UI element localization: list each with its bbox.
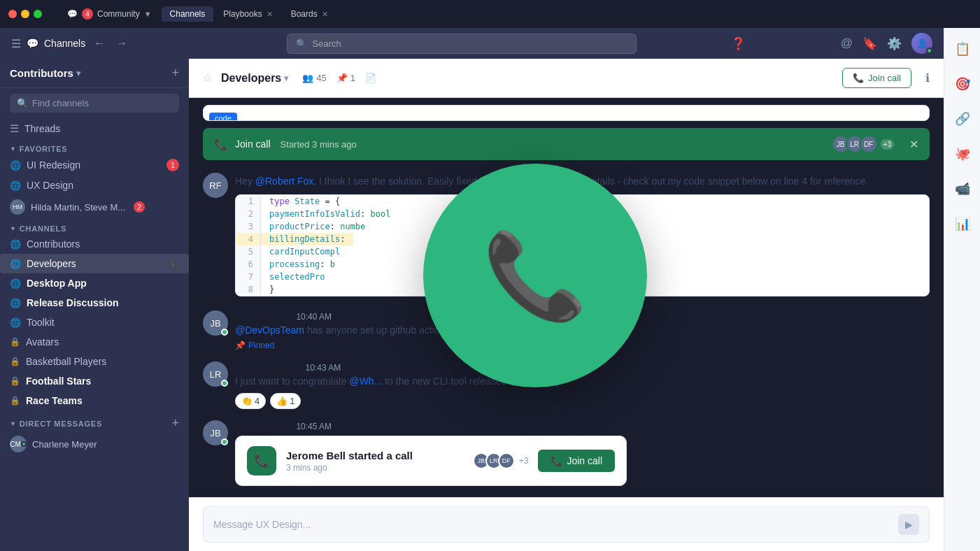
tab-community[interactable]: 💬 4 Community ▼ [59,6,160,22]
favorites-chevron-icon: ▼ [10,145,17,152]
right-icon-link[interactable]: 🔗 [950,106,975,131]
message-content: Jerome Bell 10:45 AM 📞 Jerome Bell start… [235,420,930,486]
globe-icon: 🌐 [10,259,21,269]
chevron-down-icon: ▾ [76,69,80,78]
avatar: HM [10,199,25,215]
sidebar-item-toolkit[interactable]: 🌐 Toolkit [0,313,189,332]
tab-close[interactable]: ✕ [267,10,273,19]
avatar: DF [498,452,515,469]
document-icon-btn[interactable]: 📄 [365,73,376,83]
sidebar-item-basketball-players[interactable]: 🔒 Basketball Players [0,352,189,371]
tab-bar: 💬 4 Community ▼ Channels Playbooks ✕ Boa… [59,6,336,22]
dm-chevron-icon: ▼ [10,420,17,427]
right-icon-github[interactable]: 🐙 [950,141,975,166]
fullscreen-button[interactable] [34,10,42,18]
channel-meta: 👥 45 📌 1 📄 [302,73,376,83]
favorites-section[interactable]: ▼ FAVORITES [0,139,189,155]
right-icon-clipboard[interactable]: 📋 [950,36,975,62]
search-box[interactable]: 🔍 [287,34,637,54]
banner-avatars: JB LR DF +3 [836,135,894,153]
settings-icon[interactable]: ⚙️ [887,36,902,51]
reactions: 👏 4 👍 1 [235,393,930,409]
channels-section[interactable]: ▼ CHANNELS [0,219,189,234]
sidebar-item-threads[interactable]: ☰ Threads [0,118,189,139]
join-call-button[interactable]: 📞 Join call [842,68,911,88]
at-icon[interactable]: @ [841,36,853,50]
close-banner-button[interactable]: ✕ [909,138,918,151]
sidebar-item-contributors[interactable]: 🌐 Contributors [0,234,189,254]
pinned-count[interactable]: 📌 1 [336,73,355,83]
tab-boards[interactable]: Boards ✕ [283,6,336,22]
app-icon: 💬 [27,38,38,49]
mention: @DevOpsTeam [235,324,304,336]
message-input-area: ▶ [189,497,944,551]
direct-messages-section[interactable]: ▼ DIRECT MESSAGES + [0,410,189,432]
titlebar: 💬 4 Community ▼ Channels Playbooks ✕ Boa… [0,0,980,28]
sidebar-item-race-teams[interactable]: 🔒 Race Teams [0,391,189,410]
tab-label: Playbooks [223,9,262,19]
nav-forward-button[interactable]: → [113,36,130,51]
sidebar-item-hilda-martin[interactable]: HM Hilda Martin, Steve M... 2 [0,195,189,219]
globe-icon: 🌐 [10,298,21,308]
phone-icon: 📞 [551,455,562,466]
search-input[interactable] [313,38,627,49]
tab-label: Boards [291,9,318,19]
call-card-avatars: JB LR DF +3 [477,452,529,469]
search-container: 🔍 [287,34,637,54]
sidebar-item-football-stars[interactable]: 🔒 Football Stars [0,371,189,391]
sidebar-item-developers[interactable]: 🌐 Developers 📞 [0,254,189,273]
avatar: LR [203,362,228,387]
reaction-clap[interactable]: 👏 4 [235,393,266,409]
tab-playbooks[interactable]: Playbooks ✕ [215,6,280,22]
traffic-lights [8,10,42,18]
hamburger-icon[interactable]: ☰ [11,37,21,50]
online-status [221,329,228,336]
add-dm-button[interactable]: + [171,416,179,431]
members-count[interactable]: 👥 45 [302,73,326,83]
right-icon-video[interactable]: 📹 [950,176,975,201]
right-icon-chart[interactable]: 📊 [950,211,975,236]
message-input[interactable] [213,519,891,530]
star-icon[interactable]: ☆ [203,71,213,85]
tab-close[interactable]: ✕ [322,10,328,19]
user-avatar[interactable]: 👤 [911,33,932,54]
join-call-card-button[interactable]: 📞 Join call [538,450,615,472]
sidebar-item-release-discussion[interactable]: 🌐 Release Discussion [0,293,189,313]
find-channels-input[interactable] [32,98,172,108]
find-channels-box[interactable]: 🔍 [10,94,179,113]
channel-name[interactable]: Developers ▾ [221,72,288,85]
sidebar-item-ui-redesign[interactable]: 🌐 UI Redesign 1 [0,155,189,176]
threads-icon: ☰ [10,122,19,135]
avatar: JB [203,310,228,336]
sidebar-item-ux-design[interactable]: 🌐 UX Design [0,176,189,195]
send-button[interactable]: ▶ [898,514,919,535]
call-card-info: Jerome Bell started a call 3 mins ago [286,450,467,473]
sidebar-item-desktop-app[interactable]: 🌐 Desktop App [0,273,189,293]
sidebar-item-avatars[interactable]: 🔒 Avatars [0,332,189,352]
lock-icon: 🔒 [10,396,20,406]
sidebar-dm-charlene-meyer[interactable]: CM Charlene Meyer [0,432,189,456]
online-status [221,438,228,445]
minimize-button[interactable] [21,10,29,18]
tab-icon: 💬 [67,9,78,19]
workspace-name[interactable]: Contributors ▾ [10,67,80,79]
channel-chevron-icon: ▾ [284,73,288,83]
globe-icon: 🌐 [10,160,21,171]
close-button[interactable] [8,10,17,18]
code-tag: code [209,113,237,121]
reaction-thumbsup[interactable]: 👍 1 [270,393,301,409]
unread-badge: 2 [134,201,145,213]
message-header: Jerome Bell 10:45 AM [235,420,930,431]
globe-icon: 🌐 [10,239,21,250]
bookmark-icon[interactable]: 🔖 [862,36,877,51]
nav-back-button[interactable]: ← [91,36,108,51]
online-status [21,441,27,447]
tab-channels[interactable]: Channels [162,6,214,22]
tab-badge: 4 [82,8,93,20]
help-icon[interactable]: ❓ [731,36,746,51]
call-card-icon: 📞 [247,446,276,475]
channel-info-button[interactable]: ℹ [925,71,930,85]
app-name: Channels [44,38,85,49]
add-channel-button[interactable]: + [171,66,179,80]
right-icon-target[interactable]: 🎯 [950,71,975,96]
